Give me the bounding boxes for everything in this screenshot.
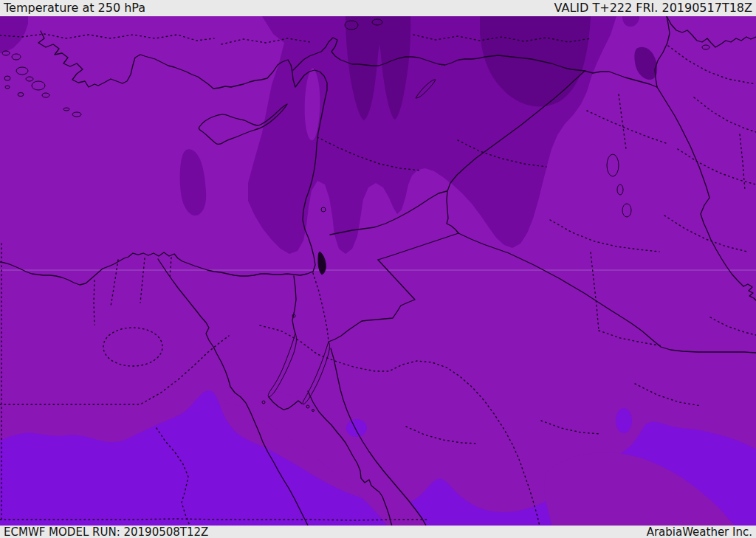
- temp-bright-finger: [616, 408, 632, 433]
- brand-label: ArabiaWeather Inc.: [647, 527, 752, 538]
- weather-map: [0, 16, 756, 525]
- weather-map-window: Temperature at 250 hPa VALID T+222 FRI. …: [0, 0, 756, 538]
- header-bar: Temperature at 250 hPa VALID T+222 FRI. …: [0, 0, 756, 16]
- temp-bright-spot: [346, 419, 367, 437]
- map-area: [0, 16, 756, 525]
- valid-time-label: VALID T+222 FRI. 20190517T18Z: [554, 2, 752, 14]
- map-title: Temperature at 250 hPa: [4, 2, 145, 14]
- footer-bar: ECMWF MODEL RUN: 20190508T12Z ArabiaWeat…: [0, 525, 756, 538]
- model-run-label: ECMWF MODEL RUN: 20190508T12Z: [4, 527, 208, 538]
